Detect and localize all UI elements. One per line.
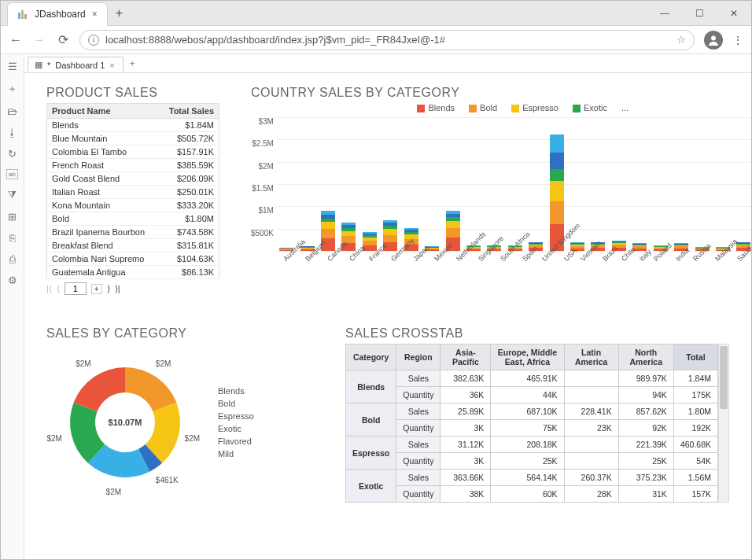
table-row[interactable]: Bold$1.80M [47, 212, 219, 226]
next-page-icon[interactable]: ⟩ [107, 284, 110, 294]
legend-item[interactable]: Mild [213, 449, 254, 459]
table-row[interactable]: Blends$1.84M [47, 119, 219, 132]
tab-title: JDashboard [35, 9, 86, 20]
close-icon[interactable]: × [92, 9, 98, 20]
legend-item[interactable]: Flavored [213, 437, 254, 446]
legend-more[interactable]: ... [621, 103, 629, 112]
url-field[interactable]: i localhost:8888/webos/app/dashboard/ind… [79, 30, 695, 50]
table-row[interactable]: Gold Coast Blend$206.09K [47, 172, 219, 186]
country-chart-legend: Blends Bold Espresso Exotic ... [251, 103, 751, 112]
legend-item[interactable]: Espresso [213, 411, 254, 421]
table-row[interactable]: Quantity3K75K23K92K192K [346, 420, 718, 437]
plus-icon[interactable]: ＋ [7, 82, 17, 96]
table-row[interactable]: Breakfast Blend$315.81K [47, 239, 219, 252]
crosstab-table: Category Region Asia-Pacific Europe, Mid… [345, 344, 718, 503]
site-info-icon[interactable]: i [88, 35, 99, 46]
bar-chart[interactable] [277, 117, 751, 251]
maximize-icon[interactable]: ☐ [682, 2, 717, 25]
document-tab[interactable]: ▦ * Dashboard 1 × [28, 57, 123, 72]
crosstab-title: SALES CROSSTAB [345, 326, 729, 341]
list-icon[interactable]: ☰ [8, 61, 17, 72]
download-icon[interactable]: ⭳ [7, 127, 17, 138]
table-row[interactable]: French Roast$385.59K [47, 159, 219, 172]
tab-favicon-icon [17, 9, 28, 20]
product-sales-panel: PRODUCT SALES Product Name Total Sales B… [46, 86, 219, 295]
table-row[interactable]: Quantity36K44K94K175K [346, 387, 718, 403]
legend-item[interactable]: Espresso [511, 103, 558, 112]
profile-avatar-icon[interactable] [704, 31, 723, 50]
col-total[interactable]: Total Sales [159, 104, 219, 119]
new-tab-button[interactable]: + [116, 6, 123, 20]
document-tabs: ▦ * Dashboard 1 × + [24, 54, 751, 73]
close-icon[interactable]: × [109, 61, 114, 70]
legend-item[interactable]: Bold [213, 399, 254, 408]
sales-crosstab-panel: SALES CROSSTAB Category Region Asia-Paci… [345, 326, 729, 503]
table-row[interactable]: Quantity3K25K25K54K [346, 453, 718, 470]
ct-header[interactable]: Europe, Middle East, Africa [491, 344, 564, 370]
close-window-icon[interactable]: ✕ [717, 2, 751, 25]
country-chart-panel: COUNTRY SALES BY CATEGORY Blends Bold Es… [251, 86, 751, 274]
filter-icon[interactable]: ⧩ [8, 189, 17, 201]
first-page-icon[interactable]: |⟨ [46, 284, 52, 294]
table-row[interactable]: ExoticSales363.66K564.14K260.37K375.23K1… [346, 470, 718, 486]
ct-header[interactable]: Total [673, 344, 717, 370]
table-row[interactable]: Italian Roast$250.01K [47, 186, 219, 199]
left-toolbar: ☰ ＋ 🗁 ⭳ ↻ ab ⧩ ⊞ ⎘ ⎙ ⚙ [1, 54, 24, 559]
donut-center-label: $10.07M [109, 418, 142, 427]
back-icon[interactable]: ← [9, 33, 23, 47]
legend-item[interactable]: Exotic [573, 103, 607, 112]
last-page-icon[interactable]: ⟩| [115, 284, 120, 294]
svg-rect-0 [18, 13, 20, 19]
settings-icon[interactable]: ⚙ [8, 274, 17, 286]
country-chart-title: COUNTRY SALES BY CATEGORY [251, 86, 751, 100]
table-row[interactable]: Guatemala Antigua$86.13K [47, 266, 219, 279]
minimize-icon[interactable]: — [647, 2, 682, 25]
table-row[interactable]: Brazil Ipanema Bourbon$743.58K [47, 226, 219, 239]
page-input[interactable] [65, 282, 87, 295]
prev-page-icon[interactable]: ⟨ [57, 284, 60, 294]
browser-tab[interactable]: JDashboard × [7, 2, 108, 26]
reload-icon[interactable]: ⟳ [56, 32, 70, 47]
add-page-button[interactable]: + [91, 284, 102, 294]
legend-item[interactable]: Blends [213, 386, 254, 396]
table-row[interactable]: BlendsSales382.63K465.91K989.97K1.84M [346, 370, 718, 387]
col-name[interactable]: Product Name [47, 104, 160, 119]
product-sales-title: PRODUCT SALES [46, 86, 219, 100]
table-row[interactable]: Colombia El Tambo$157.91K [47, 146, 219, 159]
svg-rect-1 [21, 10, 24, 19]
open-icon[interactable]: 🗁 [7, 105, 17, 117]
bookmark-star-icon[interactable]: ☆ [676, 34, 686, 46]
table-row[interactable]: BoldSales25.89K687.10K228.41K857.62K1.80… [346, 403, 718, 420]
legend-item[interactable]: Bold [469, 103, 497, 112]
ct-header[interactable]: North America [618, 344, 673, 370]
donut-slice-label: $2M [185, 434, 200, 443]
refresh-icon[interactable]: ↻ [8, 148, 17, 160]
export-icon[interactable]: ⎘ [9, 232, 16, 244]
dashboard-doc-icon: ▦ [35, 60, 42, 70]
print-icon[interactable]: ⎙ [9, 253, 16, 265]
forward-icon[interactable]: → [32, 33, 46, 47]
table-row[interactable]: Colombia Nari Supremo$104.63K [47, 252, 219, 266]
legend-item[interactable]: Blends [417, 103, 455, 112]
pager: |⟨ ⟨ + ⟩ ⟩| [46, 282, 219, 295]
layout-icon[interactable]: ⊞ [8, 211, 17, 223]
donut-slice-label: $461K [156, 476, 179, 484]
donut-chart[interactable]: $10.07M $2M$2M$461K$2M$2M$2M [46, 344, 204, 501]
field-icon[interactable]: ab [6, 169, 18, 179]
donut-title: SALES BY CATEGORY [46, 326, 314, 341]
scrollbar[interactable] [718, 344, 729, 503]
y-axis: $3M$2.5M$2M$1.5M$1M$500K [251, 117, 277, 251]
table-row[interactable]: Blue Mountain$505.72K [47, 132, 219, 146]
menu-icon[interactable]: ⋮ [732, 34, 743, 46]
donut-slice-label: $2M [46, 434, 61, 443]
table-row[interactable]: EspressoSales31.12K208.18K221.39K460.68K [346, 437, 718, 453]
ct-header[interactable]: Region [396, 344, 441, 370]
legend-item[interactable]: Exotic [213, 424, 254, 433]
add-doc-tab-button[interactable]: + [130, 58, 135, 72]
ct-header[interactable]: Latin America [564, 344, 618, 370]
ct-header[interactable]: Asia-Pacific [441, 344, 491, 370]
ct-header[interactable]: Category [346, 344, 396, 370]
table-row[interactable]: Quantity38K60K28K31K157K [346, 486, 718, 503]
donut-slice-label: $2M [156, 359, 171, 368]
table-row[interactable]: Kona Mountain$333.20K [47, 199, 219, 212]
